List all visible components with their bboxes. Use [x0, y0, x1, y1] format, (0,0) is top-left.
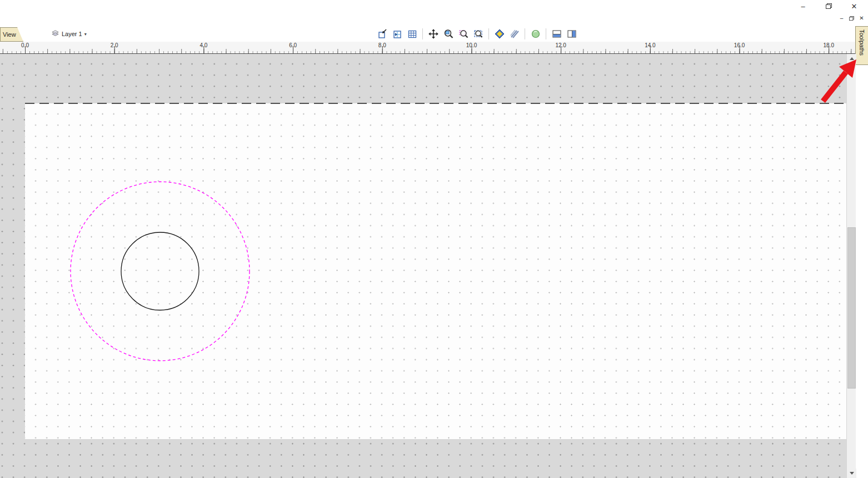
document-caption-buttons: – ✕ [837, 14, 866, 22]
snap-grid-icon[interactable] [406, 27, 419, 41]
tile-windows-horizontal-icon[interactable] [550, 27, 563, 41]
ruler-label: 16.0 [734, 42, 745, 48]
toggle-vector-fill-icon[interactable] [493, 27, 506, 41]
layer-selector[interactable]: Layer 1 ▾ [49, 28, 89, 39]
pan-view-icon[interactable] [427, 27, 440, 41]
zoom-extents-icon[interactable] [472, 27, 485, 41]
ruler-label: 6.0 [289, 42, 297, 48]
application-window: – ✕ – ✕ View Layer 1 ▾ [0, 0, 868, 478]
scroll-down-button[interactable] [847, 469, 856, 478]
ruler-label: 0.0 [21, 42, 29, 48]
window-caption-buttons: – ✕ [790, 0, 867, 12]
tile-windows-vertical-icon[interactable] [565, 27, 578, 41]
ruler-label: 18.0 [824, 42, 834, 48]
preview-icon[interactable] [529, 27, 542, 41]
scroll-up-button[interactable] [847, 54, 856, 63]
snap-objects-icon[interactable] [376, 27, 389, 41]
ruler-label: 2.0 [111, 42, 118, 48]
ruler-label: 4.0 [199, 42, 207, 48]
ruler-label: 12.0 [555, 42, 566, 48]
ruler-label: 8.0 [378, 42, 386, 48]
zoom-box-icon[interactable] [442, 27, 455, 41]
toolbar-separator [422, 28, 423, 39]
toggle-shading-icon[interactable] [508, 27, 521, 41]
vertical-scrollbar[interactable] [846, 54, 856, 478]
menu-row: – ✕ [0, 12, 868, 26]
toolbar-separator [546, 28, 546, 39]
document-restore-icon [849, 16, 854, 21]
tab-view[interactable]: View [0, 27, 23, 42]
tab-toolpaths[interactable]: Toolpaths [855, 26, 868, 65]
ruler-label: 14.0 [645, 42, 655, 48]
close-button[interactable]: ✕ [841, 0, 867, 12]
zoom-selected-icon[interactable] [457, 27, 470, 41]
scrollbar-thumb[interactable] [847, 227, 856, 389]
layers-icon [51, 29, 59, 39]
restore-icon [826, 3, 832, 9]
chevron-down-icon: ▾ [84, 32, 87, 37]
material-area [25, 103, 846, 439]
tab-toolbar-row: View Layer 1 ▾ [0, 26, 868, 42]
snap-guides-icon[interactable] [391, 27, 404, 41]
ruler-label: 10.0 [466, 42, 477, 48]
titlebar: – ✕ [0, 0, 868, 12]
document-minimize-button[interactable]: – [837, 14, 846, 22]
document-close-button[interactable]: ✕ [857, 14, 866, 22]
toolbar-separator [488, 28, 489, 39]
toolbar-separator [525, 28, 525, 39]
horizontal-ruler: 0.0 2.0 4.0 6.0 8.0 10.0 12.0 14.0 16.0 … [0, 42, 856, 54]
view-toolbar [375, 27, 579, 41]
restore-button[interactable] [816, 0, 841, 12]
layer-selector-label: Layer 1 [62, 31, 82, 37]
minimize-button[interactable]: – [790, 0, 816, 12]
drawing-canvas[interactable] [0, 54, 846, 478]
document-restore-button[interactable] [847, 14, 856, 22]
